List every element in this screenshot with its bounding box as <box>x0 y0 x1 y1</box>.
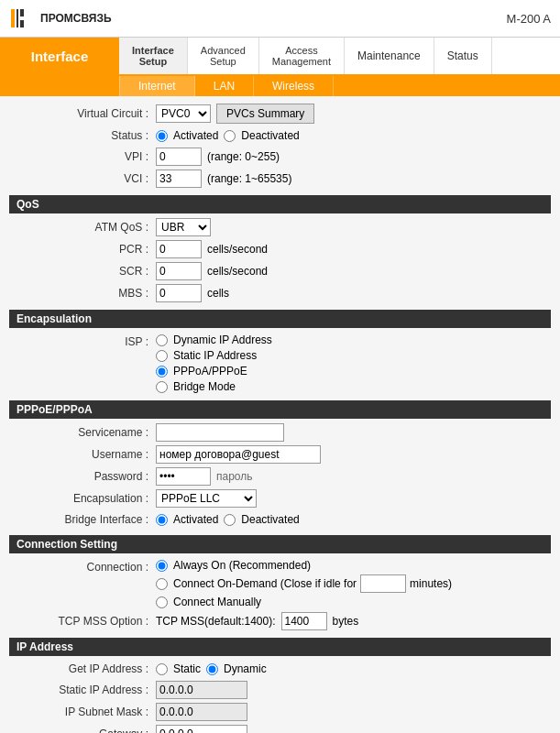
virtual-circuit-field: PVC0 PVCs Summary <box>156 104 551 124</box>
subnet-mask-input[interactable] <box>156 703 247 721</box>
get-ip-static-label[interactable]: Static <box>156 662 201 675</box>
connect-manually-radio[interactable] <box>156 596 168 608</box>
tab-maintenance[interactable]: Maintenance <box>345 38 434 74</box>
gateway-row: Gateway : <box>9 723 551 733</box>
isp-static-radio[interactable] <box>156 350 168 362</box>
servicename-input[interactable] <box>156 423 284 442</box>
vci-label: VCI : <box>9 172 156 185</box>
isp-static-label[interactable]: Static IP Address <box>156 349 257 362</box>
vci-row: VCI : (range: 1~65535) <box>9 168 551 190</box>
bridge-deactivated-radio[interactable] <box>224 514 236 526</box>
connection-label: Connection : <box>9 559 156 574</box>
atm-qos-row: ATM QoS : UBR <box>9 216 551 238</box>
model-number: M-200 A <box>507 12 551 26</box>
scr-field: cells/second <box>156 262 551 280</box>
servicename-label: Servicename : <box>9 426 156 439</box>
vpi-input[interactable] <box>156 148 202 166</box>
scr-input[interactable] <box>156 262 202 280</box>
isp-dynamic-radio[interactable] <box>156 334 168 346</box>
isp-static-text: Static IP Address <box>173 349 257 362</box>
username-field <box>156 445 551 464</box>
password-row: Password : пароль <box>9 465 551 487</box>
interface-label[interactable]: Interface <box>0 38 119 74</box>
status-activated-radio[interactable] <box>156 130 168 142</box>
mbs-label: MBS : <box>9 287 156 300</box>
vci-field: (range: 1~65535) <box>156 170 551 188</box>
sub-tab-internet[interactable]: Internet <box>119 76 195 96</box>
demand-minutes-input[interactable] <box>360 574 406 593</box>
status-deactivated-radio[interactable] <box>224 130 236 142</box>
virtual-circuit-row: Virtual Circuit : PVC0 PVCs Summary <box>9 102 551 126</box>
encapsulation-section-header: Encapsulation <box>9 310 551 328</box>
encapsulation-select[interactable]: PPPoE LLC <box>156 489 257 508</box>
sub-tab-wireless[interactable]: Wireless <box>254 76 334 96</box>
sub-tab-lan[interactable]: LAN <box>195 76 254 96</box>
isp-pppoa-label[interactable]: PPPoA/PPPoE <box>156 365 247 377</box>
encapsulation-row: Encapsulation : PPPoE LLC <box>9 487 551 509</box>
pcr-row: PCR : cells/second <box>9 238 551 260</box>
sub-tabs-bar: Internet LAN Wireless <box>0 76 560 96</box>
vpi-field: (range: 0~255) <box>156 148 551 166</box>
tcp-mss-label: TCP MSS Option : <box>9 615 156 628</box>
mbs-input[interactable] <box>156 284 202 302</box>
pvcs-summary-button[interactable]: PVCs Summary <box>216 104 314 124</box>
password-input[interactable] <box>156 467 211 486</box>
bridge-activated-radio[interactable] <box>156 514 168 526</box>
get-ip-dynamic-label[interactable]: Dynamic <box>206 662 267 675</box>
username-label: Username : <box>9 448 156 461</box>
vci-range: (range: 1~65535) <box>207 172 291 185</box>
tcp-mss-field: TCP MSS(default:1400): bytes <box>156 612 551 630</box>
password-label: Password : <box>9 470 156 483</box>
always-on-label[interactable]: Always On (Recommended) <box>156 559 311 572</box>
pcr-field: cells/second <box>156 240 551 258</box>
isp-dynamic-label[interactable]: Dynamic IP Address <box>156 334 272 346</box>
get-ip-row: Get IP Address : Static Dynamic <box>9 659 551 679</box>
isp-bridge-radio[interactable] <box>156 381 168 393</box>
connect-demand-label[interactable]: Connect On-Demand (Close if idle for min… <box>156 574 452 593</box>
ip-section-header: IP Address <box>9 638 551 656</box>
isp-bridge-label[interactable]: Bridge Mode <box>156 380 236 393</box>
servicename-row: Servicename : <box>9 421 551 443</box>
bridge-interface-field: Activated Deactivated <box>156 513 551 526</box>
tab-status[interactable]: Status <box>434 38 492 74</box>
username-row: Username : <box>9 443 551 465</box>
isp-pppoa-text: PPPoA/PPPoE <box>173 365 247 377</box>
connect-demand-radio[interactable] <box>156 578 168 590</box>
tab-advanced-setup[interactable]: AdvancedSetup <box>188 38 259 74</box>
atm-qos-field: UBR <box>156 218 551 236</box>
content: Virtual Circuit : PVC0 PVCs Summary Stat… <box>0 96 560 733</box>
always-on-radio[interactable] <box>156 560 168 572</box>
scr-row: SCR : cells/second <box>9 260 551 282</box>
tab-access-management[interactable]: AccessManagement <box>259 38 345 74</box>
nav-bar: Interface InterfaceSetup AdvancedSetup A… <box>0 38 560 76</box>
connection-section-header: Connection Setting <box>9 535 551 553</box>
tcp-mss-text: TCP MSS(default:1400): <box>156 615 276 628</box>
pcr-input[interactable] <box>156 240 202 258</box>
status-activated-label[interactable]: Activated <box>156 129 218 142</box>
connect-manually-label[interactable]: Connect Manually <box>156 596 261 608</box>
bridge-deactivated-label[interactable]: Deactivated <box>224 513 299 526</box>
vpi-label: VPI : <box>9 150 156 163</box>
tcp-mss-input[interactable] <box>281 612 327 630</box>
atm-qos-select[interactable]: UBR <box>156 218 211 236</box>
pppoe-section-header: PPPoE/PPPoA <box>9 400 551 419</box>
svg-rect-1 <box>11 9 15 27</box>
get-ip-static-radio[interactable] <box>156 663 168 675</box>
get-ip-dynamic-radio[interactable] <box>206 663 218 675</box>
static-ip-input[interactable] <box>156 681 247 699</box>
gateway-input[interactable] <box>156 725 247 733</box>
username-input[interactable] <box>156 445 321 464</box>
top-bar: ПРОМСВЯЗЬ M-200 A <box>0 0 560 38</box>
tcp-mss-unit: bytes <box>333 615 359 628</box>
always-on-text: Always On (Recommended) <box>173 559 311 572</box>
bridge-activated-label[interactable]: Activated <box>156 513 218 526</box>
status-deactivated-label[interactable]: Deactivated <box>224 129 299 142</box>
tab-interface-setup[interactable]: InterfaceSetup <box>119 38 188 74</box>
virtual-circuit-select[interactable]: PVC0 <box>156 104 211 123</box>
bridge-interface-row: Bridge Interface : Activated Deactivated <box>9 509 551 530</box>
isp-pppoa-radio[interactable] <box>156 366 168 377</box>
mbs-row: MBS : cells <box>9 282 551 304</box>
vpi-row: VPI : (range: 0~255) <box>9 146 551 168</box>
vci-input[interactable] <box>156 170 202 188</box>
password-hint: пароль <box>216 470 253 483</box>
